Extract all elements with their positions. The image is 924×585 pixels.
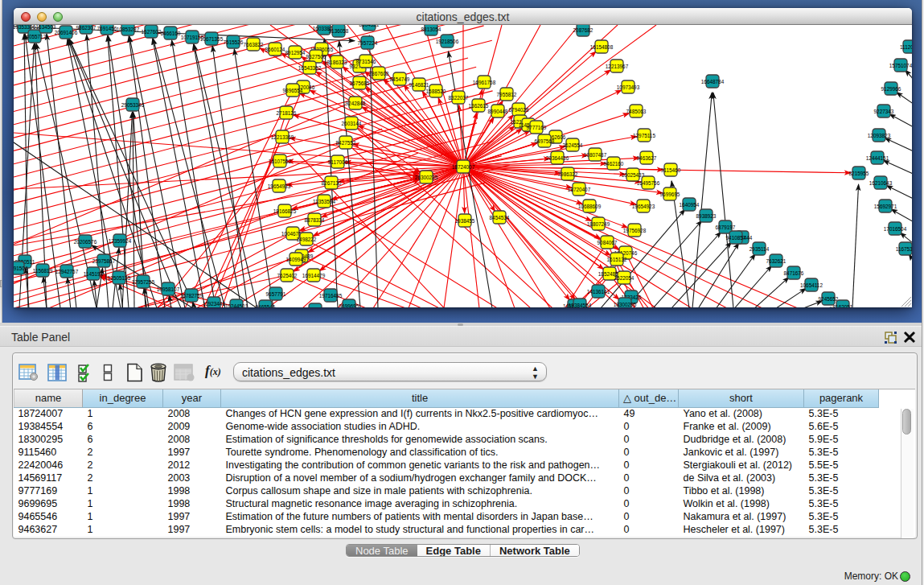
svg-text:11353594: 11353594 (313, 199, 335, 204)
svg-text:9327500: 9327500 (306, 54, 326, 60)
svg-text:9465546: 9465546 (256, 304, 276, 308)
svg-text:14136141: 14136141 (587, 289, 610, 295)
svg-text:15692971: 15692971 (874, 204, 897, 209)
svg-text:1634503: 1634503 (36, 25, 56, 30)
svg-text:9699695: 9699695 (339, 303, 359, 308)
svg-text:18720407: 18720407 (568, 187, 591, 192)
svg-text:10671355: 10671355 (200, 36, 224, 42)
svg-text:23975867: 23975867 (92, 258, 116, 264)
svg-text:18807249: 18807249 (587, 221, 610, 227)
svg-text:8186323: 8186323 (327, 60, 347, 65)
svg-text:16495756: 16495756 (637, 180, 660, 186)
svg-text:10958107: 10958107 (157, 286, 180, 292)
svg-text:12093823: 12093823 (868, 133, 891, 138)
svg-text:9462160: 9462160 (604, 161, 624, 167)
svg-text:17957255: 17957255 (132, 279, 155, 285)
svg-text:16648784: 16648784 (701, 79, 725, 84)
svg-text:9463627: 9463627 (637, 155, 657, 161)
svg-text:20691406: 20691406 (55, 30, 78, 35)
svg-text:8471676: 8471676 (784, 270, 804, 276)
svg-text:20206576: 20206576 (74, 239, 97, 245)
svg-text:20364436: 20364436 (546, 155, 569, 161)
svg-text:2522054: 2522054 (614, 275, 634, 281)
svg-text:9129966: 9129966 (881, 86, 901, 92)
svg-text:8454534: 8454534 (490, 215, 510, 220)
svg-text:9391504: 9391504 (14, 266, 28, 271)
svg-text:6466160: 6466160 (161, 31, 181, 36)
svg-text:9146821: 9146821 (409, 82, 429, 88)
svg-text:1362615: 1362615 (469, 103, 489, 109)
svg-text:6497568: 6497568 (535, 138, 555, 144)
svg-text:8731546: 8731546 (356, 59, 376, 64)
svg-text:9084067: 9084067 (598, 240, 618, 245)
svg-text:9115460: 9115460 (661, 167, 681, 173)
svg-text:2087682: 2087682 (573, 27, 593, 33)
svg-text:19218506: 19218506 (436, 39, 459, 44)
svg-text:8454749: 8454749 (390, 76, 410, 82)
svg-text:17359924: 17359924 (109, 238, 132, 244)
svg-text:15751074: 15751074 (889, 63, 912, 68)
svg-text:1167533: 1167533 (896, 246, 912, 252)
svg-text:1527602: 1527602 (142, 29, 162, 35)
svg-text:7485063: 7485063 (626, 109, 647, 114)
svg-text:7957224: 7957224 (358, 40, 378, 46)
svg-text:7986322: 7986322 (558, 171, 578, 177)
svg-text:6794028: 6794028 (509, 107, 529, 113)
svg-text:19654933: 19654933 (268, 183, 291, 189)
svg-text:19353306: 19353306 (14, 25, 36, 30)
svg-text:9657791: 9657791 (266, 291, 286, 297)
svg-text:7663822: 7663822 (244, 42, 264, 47)
svg-text:19654923: 19654923 (632, 204, 655, 209)
svg-text:8660124: 8660124 (265, 47, 285, 52)
svg-text:7625402: 7625402 (277, 273, 298, 278)
svg-text:8912954: 8912954 (285, 50, 306, 56)
svg-text:16210643: 16210643 (869, 180, 893, 186)
svg-text:1156819: 1156819 (33, 268, 53, 274)
svg-text:9777169: 9777169 (527, 125, 547, 130)
svg-text:2935114: 2935114 (749, 246, 770, 252)
svg-text:9862307: 9862307 (76, 25, 97, 31)
svg-text:9410857: 9410857 (726, 235, 746, 241)
svg-text:16154808: 16154808 (590, 44, 614, 50)
svg-text:8604321: 8604321 (359, 25, 380, 27)
svg-text:9227343: 9227343 (874, 109, 894, 114)
svg-text:12213369: 12213369 (271, 134, 294, 140)
svg-text:10807487: 10807487 (584, 152, 607, 158)
svg-text:8813054: 8813054 (421, 27, 441, 32)
svg-text:1112063: 1112063 (900, 44, 912, 50)
svg-text:6879197: 6879197 (716, 225, 736, 230)
svg-text:10973493: 10973493 (617, 84, 640, 90)
svg-text:1588520: 1588520 (426, 89, 446, 94)
svg-text:12213967: 12213967 (606, 64, 629, 69)
svg-text:19166825: 19166825 (273, 208, 297, 214)
svg-text:3624554: 3624554 (563, 142, 583, 148)
svg-text:1615132: 1615132 (607, 257, 627, 262)
svg-text:10244501: 10244501 (225, 303, 248, 308)
svg-text:16107552: 16107552 (269, 159, 292, 164)
svg-text:9136058: 9136058 (329, 28, 349, 34)
svg-text:10654112: 10654112 (800, 282, 823, 288)
svg-text:9242848: 9242848 (346, 101, 366, 106)
svg-text:2867608: 2867608 (369, 71, 389, 76)
svg-text:8267130: 8267130 (322, 180, 342, 186)
svg-text:8990448: 8990448 (488, 109, 508, 114)
svg-text:9896554: 9896554 (283, 88, 303, 93)
svg-text:8427552: 8427552 (336, 140, 356, 146)
svg-text:9117006: 9117006 (328, 159, 348, 165)
svg-text:1640954: 1640954 (680, 202, 700, 208)
svg-text:10853287: 10853287 (117, 27, 140, 32)
svg-text:26300235: 26300235 (415, 175, 438, 180)
svg-text:3675685: 3675685 (350, 80, 370, 86)
svg-text:1409949: 1409949 (286, 257, 306, 262)
svg-text:12942757: 12942757 (55, 269, 79, 274)
svg-text:7955812: 7955812 (497, 92, 517, 97)
svg-text:7691456: 7691456 (97, 26, 117, 31)
svg-text:18724007: 18724007 (452, 164, 475, 170)
svg-text:18300295: 18300295 (614, 302, 637, 307)
svg-text:8162051: 8162051 (833, 304, 853, 308)
svg-text:9699695: 9699695 (660, 192, 680, 197)
svg-text:14055712: 14055712 (23, 34, 47, 39)
svg-text:29053346: 29053346 (121, 102, 145, 108)
svg-text:8215955: 8215955 (849, 171, 869, 176)
svg-text:2718126: 2718126 (277, 110, 297, 116)
